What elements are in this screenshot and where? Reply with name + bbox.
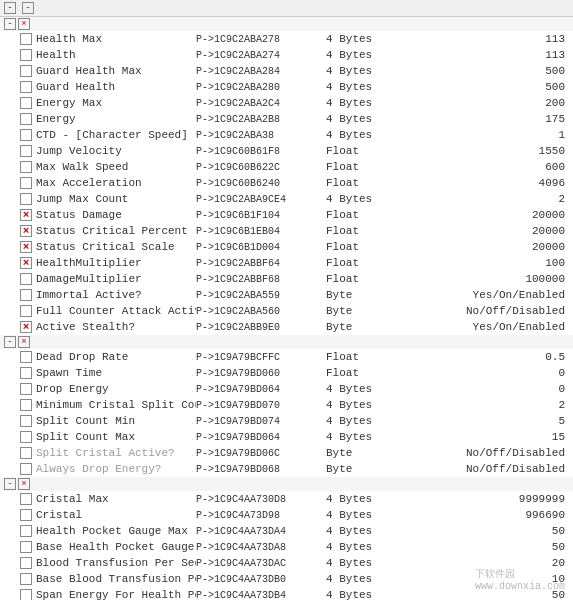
row-addr: P->1C9C2ABA559 [196,290,326,301]
row-checkbox[interactable] [20,81,32,93]
row-name: Status Critical Percent [36,225,196,237]
row-checkbox[interactable] [20,367,32,379]
row-checkbox[interactable] [20,49,32,61]
row-type: 4 Bytes [326,541,386,553]
row-checkbox[interactable] [20,289,32,301]
row-checkbox[interactable] [20,209,32,221]
row-name: Guard Health Max [36,65,196,77]
row-addr: P->1C9C2ABA560 [196,306,326,317]
row-checkbox[interactable] [20,257,32,269]
row-addr: P->1C9C2ABA274 [196,50,326,61]
row-value: 20000 [386,241,569,253]
row-type: Float [326,351,386,363]
row-type: 4 Bytes [326,509,386,521]
row-type: 4 Bytes [326,129,386,141]
game-datas-checkbox-btn[interactable]: × [18,18,30,30]
row-addr: P->1C9C2ABA278 [196,34,326,45]
main-container: - - - × Health MaxP->1C9C2ABA2784 Bytes1… [0,0,573,600]
row-value: 0 [386,383,569,395]
row-addr: P->1C9A79BCFFC [196,352,326,363]
row-checkbox[interactable] [20,321,32,333]
row-name: Jump Velocity [36,145,196,157]
table-row: Jump VelocityP->1C9C60B61F8Float1550 [0,143,573,159]
header-left: - - [4,2,40,14]
row-checkbox[interactable] [20,161,32,173]
row-checkbox[interactable] [20,557,32,569]
row-name: Cristal [36,509,196,521]
row-checkbox[interactable] [20,415,32,427]
row-addr: P->1C9A79BD068 [196,464,326,475]
row-addr: P->1C9C4AA73DB4 [196,590,326,601]
row-addr: P->1C9C4AA73DB0 [196,574,326,585]
row-addr: P->1C9A79BD070 [196,400,326,411]
row-checkbox[interactable] [20,351,32,363]
row-value: 50 [386,541,569,553]
row-type: Float [326,273,386,285]
row-name: Health Max [36,33,196,45]
row-checkbox[interactable] [20,509,32,521]
table-row: Cristal MaxP->1C9C4AA730D84 Bytes9999999 [0,491,573,507]
row-addr: P->1C9C2ABBF68 [196,274,326,285]
row-checkbox[interactable] [20,241,32,253]
row-type: 4 Bytes [326,49,386,61]
drop-checkbox-btn[interactable]: × [18,336,30,348]
row-type: 4 Bytes [326,81,386,93]
table-row: Status Critical ScaleP->1C9C6B1D004Float… [0,239,573,255]
row-value: 200 [386,97,569,109]
row-value: 4096 [386,177,569,189]
row-value: 0.5 [386,351,569,363]
row-value: Yes/On/Enabled [386,289,569,301]
row-checkbox[interactable] [20,589,32,600]
section-drop-component-header: - × [0,335,573,349]
row-value: No/Off/Disabled [386,447,569,459]
row-checkbox[interactable] [20,145,32,157]
row-checkbox[interactable] [20,305,32,317]
row-checkbox[interactable] [20,97,32,109]
row-checkbox[interactable] [20,177,32,189]
inventory-expand-btn[interactable]: - [4,478,16,490]
row-checkbox[interactable] [20,65,32,77]
row-addr: P->1C9A79BD064 [196,384,326,395]
root-expand2-btn[interactable]: - [22,2,34,14]
row-name: Full Counter Attack Active? [36,305,196,317]
row-name: Minimum Cristal Split Count [36,399,196,411]
game-datas-expand-btn[interactable]: - [4,18,16,30]
row-name: Split Count Min [36,415,196,427]
row-checkbox[interactable] [20,493,32,505]
row-checkbox[interactable] [20,225,32,237]
table-row: Max AccelerationP->1C9C60B6240Float4096 [0,175,573,191]
row-checkbox[interactable] [20,399,32,411]
row-value: 1550 [386,145,569,157]
table-row: Drop EnergyP->1C9A79BD0644 Bytes0 [0,381,573,397]
row-checkbox[interactable] [20,431,32,443]
row-name: Dead Drop Rate [36,351,196,363]
row-addr: P->1C9C4AA73DA8 [196,542,326,553]
drop-expand-btn[interactable]: - [4,336,16,348]
inventory-checkbox-btn[interactable]: × [18,478,30,490]
row-value: 500 [386,65,569,77]
table-row: Health MaxP->1C9C2ABA2784 Bytes113 [0,31,573,47]
row-checkbox[interactable] [20,33,32,45]
row-checkbox[interactable] [20,463,32,475]
row-type: Float [326,177,386,189]
row-addr: P->1C9C6B1F104 [196,210,326,221]
row-checkbox[interactable] [20,129,32,141]
row-checkbox[interactable] [20,273,32,285]
row-checkbox[interactable] [20,525,32,537]
row-checkbox[interactable] [20,541,32,553]
row-addr: P->1C9C2ABA38 [196,130,326,141]
row-checkbox[interactable] [20,383,32,395]
row-checkbox[interactable] [20,447,32,459]
row-addr: P->1C9C2ABB9E0 [196,322,326,333]
row-name: Cristal Max [36,493,196,505]
row-type: 4 Bytes [326,415,386,427]
row-name: Max Walk Speed [36,161,196,173]
row-checkbox[interactable] [20,573,32,585]
row-name: Max Acceleration [36,177,196,189]
row-checkbox[interactable] [20,193,32,205]
row-type: Byte [326,463,386,475]
root-expand-btn[interactable]: - [4,2,16,14]
row-checkbox[interactable] [20,113,32,125]
watermark: 下软件园www.downxia.com [475,567,565,592]
section-game-datas-header: - × [0,17,573,31]
